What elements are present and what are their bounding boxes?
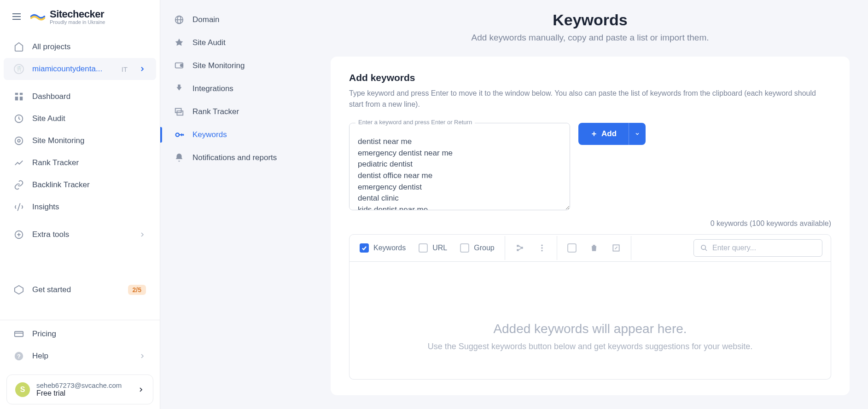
- nav-backlink-tracker[interactable]: Backlink Tracker: [4, 174, 156, 196]
- svg-rect-5: [15, 97, 18, 100]
- textarea-label: Enter a keyword and press Enter or Retur…: [355, 119, 475, 126]
- nav-project[interactable]: 🦷 miamicountydenta... IT: [4, 58, 156, 80]
- search-icon: [700, 244, 708, 252]
- svg-rect-6: [20, 97, 23, 100]
- nav-label: Extra tools: [32, 230, 69, 239]
- chevron-right-icon: [139, 231, 146, 238]
- svg-rect-33: [521, 247, 523, 249]
- nav2-label: Integrations: [192, 84, 233, 93]
- nav2-keywords[interactable]: Keywords: [160, 123, 312, 146]
- nav-label: Backlink Tracker: [32, 180, 90, 190]
- nav2-label: Keywords: [192, 130, 227, 139]
- expand-icon[interactable]: [612, 243, 621, 253]
- nav2-notifications[interactable]: Notifications and reports: [160, 146, 312, 169]
- trash-icon[interactable]: [589, 243, 599, 253]
- empty-state: Added keywords will appear here. Use the…: [349, 262, 831, 380]
- brand-name: Sitechecker: [50, 8, 105, 20]
- project-tag: IT: [122, 65, 128, 73]
- toggle-group[interactable]: Group: [460, 243, 494, 253]
- nav-extra-tools[interactable]: Extra tools: [4, 224, 156, 246]
- svg-point-38: [541, 250, 542, 251]
- user-card[interactable]: S seheb67273@svcache.com Free trial: [6, 374, 153, 404]
- check-label: URL: [432, 244, 447, 252]
- svg-text:?: ?: [17, 353, 21, 360]
- nav2-integrations[interactable]: Integrations: [160, 77, 312, 100]
- nav-all-projects[interactable]: All projects: [4, 36, 156, 58]
- nav2-rank-tracker[interactable]: Rank Tracker: [160, 100, 312, 123]
- nav-get-started[interactable]: Get started 2/5: [4, 279, 156, 301]
- nav-help[interactable]: ? Help: [4, 345, 156, 367]
- toggle-keywords[interactable]: Keywords: [360, 243, 406, 253]
- add-button[interactable]: Add: [578, 123, 629, 145]
- hamburger-icon[interactable]: [11, 11, 22, 22]
- nav-label: Rank Tracker: [32, 158, 79, 167]
- keywords-textarea[interactable]: [349, 123, 570, 210]
- nav-insights[interactable]: Insights: [4, 196, 156, 218]
- nav-label: Site Monitoring: [32, 136, 84, 145]
- nav-pricing[interactable]: Pricing: [4, 323, 156, 345]
- nav-label: Insights: [32, 202, 59, 212]
- user-plan: Free trial: [36, 389, 131, 397]
- nav-label: miamicountydenta...: [32, 64, 102, 74]
- svg-point-9: [15, 137, 23, 145]
- nav-site-audit[interactable]: Site Audit: [4, 108, 156, 130]
- svg-point-22: [181, 64, 183, 67]
- search-input[interactable]: [712, 244, 816, 252]
- tree-icon[interactable]: [515, 243, 524, 253]
- section-title: Add keywords: [349, 72, 831, 83]
- page-subtitle: Add keywords manually, copy and paste a …: [331, 33, 850, 43]
- nav-dashboard[interactable]: Dashboard: [4, 86, 156, 108]
- section-description: Type keyword and press Enter to move it …: [349, 88, 831, 110]
- add-button-label: Add: [601, 129, 617, 138]
- sidebar-secondary: Domain Site Audit Site Monitoring Integr…: [160, 0, 312, 409]
- user-email: seheb67273@svcache.com: [36, 381, 131, 389]
- page-title: Keywords: [331, 11, 850, 29]
- empty-subtitle: Use the Suggest keywords button below an…: [368, 342, 812, 351]
- nav2-label: Site Audit: [192, 38, 226, 47]
- nav-site-monitoring[interactable]: Site Monitoring: [4, 130, 156, 152]
- nav-label: Pricing: [32, 329, 56, 339]
- brand-tagline: Proudly made in Ukraine: [50, 19, 105, 25]
- nav-label: Help: [32, 351, 48, 361]
- svg-rect-31: [517, 245, 518, 247]
- svg-line-41: [705, 249, 707, 251]
- logo[interactable]: Sitechecker Proudly made in Ukraine: [30, 8, 105, 25]
- chevron-down-icon: [635, 131, 640, 137]
- svg-rect-14: [15, 332, 23, 337]
- chevron-right-icon: [139, 352, 146, 360]
- add-keywords-card: Add keywords Type keyword and press Ente…: [331, 57, 850, 395]
- progress-badge: 2/5: [128, 285, 146, 295]
- svg-line-35: [518, 248, 521, 250]
- nav-label: Dashboard: [32, 92, 70, 101]
- checkbox-icon: [419, 243, 428, 253]
- svg-marker-13: [15, 286, 23, 294]
- check-label: Group: [474, 244, 494, 252]
- add-dropdown-button[interactable]: [629, 123, 646, 145]
- check-label: Keywords: [373, 244, 406, 252]
- avatar: S: [15, 382, 30, 397]
- nav2-label: Notifications and reports: [192, 153, 277, 162]
- keyword-counter: 0 keywords (100 keywords available): [349, 219, 831, 228]
- chevron-right-icon: [137, 386, 145, 393]
- nav-label: All projects: [32, 42, 70, 52]
- chevron-right-icon: [139, 65, 146, 73]
- project-favicon-icon: 🦷: [14, 64, 24, 74]
- svg-line-34: [518, 246, 521, 248]
- checkbox-icon: [460, 243, 469, 253]
- select-all-checkbox[interactable]: [567, 243, 577, 253]
- svg-rect-3: [15, 93, 18, 95]
- more-vertical-icon[interactable]: [537, 243, 547, 253]
- toggle-url[interactable]: URL: [419, 243, 447, 253]
- svg-point-40: [701, 245, 705, 249]
- nav-rank-tracker[interactable]: Rank Tracker: [4, 152, 156, 174]
- nav2-site-audit[interactable]: Site Audit: [160, 31, 312, 54]
- toolbar: Keywords URL Group: [349, 234, 831, 262]
- main-content: Keywords Add keywords manually, copy and…: [312, 0, 868, 409]
- header-row: Sitechecker Proudly made in Ukraine: [0, 0, 160, 33]
- empty-title: Added keywords will appear here.: [368, 322, 812, 336]
- svg-rect-4: [20, 93, 23, 95]
- nav2-site-monitoring[interactable]: Site Monitoring: [160, 54, 312, 77]
- nav2-domain[interactable]: Domain: [160, 8, 312, 31]
- sidebar-left: Sitechecker Proudly made in Ukraine All …: [0, 0, 160, 409]
- search-box[interactable]: [693, 239, 822, 257]
